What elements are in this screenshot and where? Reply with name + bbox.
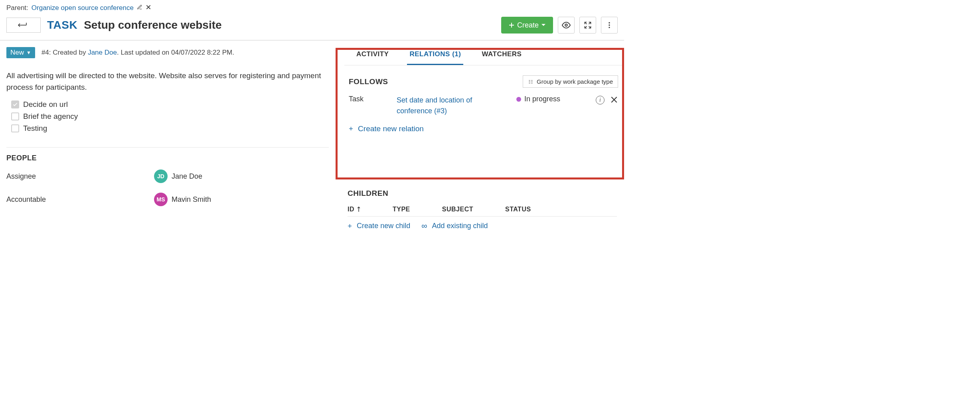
work-package-title[interactable]: Setup conference website bbox=[84, 19, 221, 32]
parent-link[interactable]: Organize open source conference bbox=[32, 4, 134, 12]
svg-point-2 bbox=[609, 24, 610, 26]
create-button[interactable]: Create bbox=[501, 17, 553, 34]
create-new-child-link[interactable]: + Create new child bbox=[348, 222, 410, 231]
plus-icon bbox=[508, 22, 515, 28]
children-col-status[interactable]: STATUS bbox=[505, 206, 531, 213]
sort-asc-icon bbox=[357, 207, 361, 212]
eye-icon bbox=[562, 21, 571, 30]
status-dropdown[interactable]: New ▼ bbox=[6, 47, 35, 58]
checklist: Decide on urlBrief the agencyTesting bbox=[11, 100, 329, 133]
create-new-child-label: Create new child bbox=[357, 222, 410, 230]
back-arrow-icon bbox=[18, 22, 30, 29]
assignee-name: Jane Doe bbox=[172, 172, 202, 181]
parent-breadcrumb: Parent: Organize open source conference bbox=[0, 0, 624, 15]
create-button-label: Create bbox=[517, 21, 539, 30]
assignee-label: Assignee bbox=[6, 172, 154, 181]
accountable-label: Accountable bbox=[6, 195, 154, 204]
checkbox-icon[interactable] bbox=[11, 124, 19, 132]
relation-link[interactable]: Set date and location of conference (#3) bbox=[397, 96, 472, 115]
svg-point-3 bbox=[609, 27, 610, 28]
parent-label: Parent: bbox=[6, 4, 28, 12]
create-new-relation-link[interactable]: + Create new relation bbox=[349, 124, 424, 133]
assignee-value[interactable]: JD Jane Doe bbox=[154, 169, 202, 183]
tab-activity[interactable]: ACTIVITY bbox=[354, 43, 391, 65]
checkbox-icon[interactable] bbox=[11, 100, 19, 108]
group-by-button-label: Group by work package type bbox=[537, 78, 613, 85]
checkbox-icon[interactable] bbox=[11, 112, 19, 120]
assignee-avatar: JD bbox=[154, 169, 168, 183]
checklist-item-label: Brief the agency bbox=[23, 112, 78, 121]
tab-relations[interactable]: RELATIONS (1) bbox=[407, 43, 463, 65]
checklist-item-label: Testing bbox=[23, 124, 47, 133]
back-button[interactable] bbox=[6, 18, 41, 33]
svg-point-0 bbox=[565, 24, 567, 26]
relation-status-text: In progress bbox=[524, 95, 560, 103]
group-icon bbox=[528, 79, 533, 85]
follows-section-title: FOLLOWS bbox=[349, 77, 388, 86]
status-label: New bbox=[10, 49, 24, 57]
checklist-item-label: Decide on url bbox=[23, 100, 68, 109]
fullscreen-button[interactable] bbox=[579, 17, 596, 34]
kebab-icon bbox=[605, 21, 613, 29]
add-existing-child-label: Add existing child bbox=[432, 222, 488, 230]
remove-parent-icon[interactable] bbox=[146, 4, 151, 12]
accountable-avatar: MS bbox=[154, 193, 168, 206]
meta-text: #4: Created by Jane Doe. Last updated on… bbox=[41, 49, 234, 57]
plus-icon: + bbox=[348, 222, 352, 231]
relation-type: Task bbox=[349, 95, 389, 103]
children-col-subject[interactable]: SUBJECT bbox=[442, 206, 473, 213]
more-menu-button[interactable] bbox=[601, 17, 618, 34]
checklist-item[interactable]: Decide on url bbox=[11, 100, 329, 109]
accountable-name: Mavin Smith bbox=[172, 195, 211, 204]
relation-row: Task Set date and location of conference… bbox=[349, 95, 618, 116]
remove-relation-icon[interactable] bbox=[610, 95, 618, 105]
expand-icon bbox=[584, 21, 592, 29]
work-package-type[interactable]: TASK bbox=[47, 19, 77, 32]
children-col-id[interactable]: ID bbox=[348, 206, 361, 213]
watch-button[interactable] bbox=[558, 17, 575, 34]
edit-parent-icon[interactable] bbox=[137, 4, 142, 12]
create-new-relation-label: Create new relation bbox=[358, 124, 424, 133]
group-by-button[interactable]: Group by work package type bbox=[523, 75, 618, 88]
info-icon[interactable]: i bbox=[596, 96, 605, 104]
status-dot-icon bbox=[516, 97, 521, 102]
children-col-type[interactable]: TYPE bbox=[393, 206, 410, 213]
children-section-title: CHILDREN bbox=[348, 189, 617, 198]
chevron-down-icon bbox=[541, 24, 546, 27]
svg-point-1 bbox=[609, 22, 610, 24]
checklist-item[interactable]: Brief the agency bbox=[11, 112, 329, 121]
author-link[interactable]: Jane Doe bbox=[88, 49, 117, 56]
chevron-down-icon: ▼ bbox=[26, 50, 31, 55]
accountable-value[interactable]: MS Mavin Smith bbox=[154, 193, 211, 206]
add-existing-child-link[interactable]: ∞ Add existing child bbox=[421, 221, 488, 231]
link-icon: ∞ bbox=[421, 221, 427, 231]
plus-icon: + bbox=[349, 124, 353, 133]
checklist-item[interactable]: Testing bbox=[11, 124, 329, 133]
tab-watchers[interactable]: WATCHERS bbox=[479, 43, 524, 65]
relations-highlight-box: FOLLOWS Group by work package type Task … bbox=[336, 48, 624, 179]
people-section-title: PEOPLE bbox=[6, 154, 329, 162]
description-text[interactable]: All advertising will be directed to the … bbox=[6, 70, 329, 93]
